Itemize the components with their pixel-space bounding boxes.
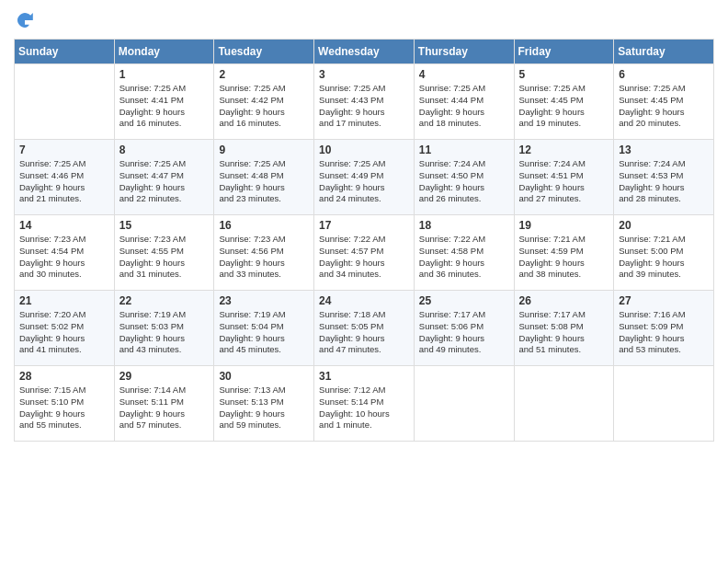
cell-info-line: Sunrise: 7:25 AM xyxy=(219,83,309,95)
cell-info-line: and 24 minutes. xyxy=(319,193,409,205)
calendar-cell xyxy=(414,366,514,442)
cell-info-line: Daylight: 9 hours xyxy=(219,333,309,345)
cell-info-line: and 19 minutes. xyxy=(519,118,609,130)
day-number: 14 xyxy=(19,219,109,232)
day-number: 6 xyxy=(619,68,709,81)
calendar-cell xyxy=(15,64,115,140)
calendar-cell: 3Sunrise: 7:25 AMSunset: 4:43 PMDaylight… xyxy=(314,64,415,140)
cell-info-line: and 28 minutes. xyxy=(619,193,709,205)
cell-info-line: Sunset: 4:44 PM xyxy=(419,95,509,107)
cell-info-line: and 38 minutes. xyxy=(519,269,609,281)
cell-info-line: Daylight: 9 hours xyxy=(19,333,109,345)
cell-info-line: Sunrise: 7:22 AM xyxy=(419,234,509,246)
cell-info-line: and 18 minutes. xyxy=(419,118,509,130)
logo-icon xyxy=(14,9,36,31)
calendar-cell: 18Sunrise: 7:22 AMSunset: 4:58 PMDayligh… xyxy=(414,215,514,291)
day-header-saturday: Saturday xyxy=(614,40,714,64)
calendar-cell xyxy=(614,366,714,442)
cell-info-line: Sunset: 4:43 PM xyxy=(319,95,409,107)
cell-info-line: Daylight: 9 hours xyxy=(319,333,409,345)
cell-info-line: Sunset: 4:56 PM xyxy=(219,246,309,258)
week-row-4: 28Sunrise: 7:15 AMSunset: 5:10 PMDayligh… xyxy=(15,366,714,442)
calendar-cell: 24Sunrise: 7:18 AMSunset: 5:05 PMDayligh… xyxy=(314,291,415,366)
cell-info-line: Sunset: 5:06 PM xyxy=(419,321,509,333)
cell-info-line: Daylight: 9 hours xyxy=(319,182,409,194)
day-number: 13 xyxy=(619,144,709,156)
cell-info-line: Sunrise: 7:16 AM xyxy=(619,309,709,321)
day-number: 27 xyxy=(619,294,709,307)
cell-info-line: Sunrise: 7:15 AM xyxy=(19,385,109,396)
cell-info-line: Daylight: 9 hours xyxy=(119,107,210,119)
cell-info-line: Sunset: 4:55 PM xyxy=(119,246,210,258)
calendar-cell: 14Sunrise: 7:23 AMSunset: 4:54 PMDayligh… xyxy=(15,215,115,291)
cell-info-line: Sunset: 4:48 PM xyxy=(219,170,309,182)
page-container: SundayMondayTuesdayWednesdayThursdayFrid… xyxy=(0,0,728,451)
cell-info-line: and 47 minutes. xyxy=(319,344,409,356)
week-row-0: 1Sunrise: 7:25 AMSunset: 4:41 PMDaylight… xyxy=(15,64,714,140)
cell-info-line: and 30 minutes. xyxy=(19,269,109,281)
cell-info-line: and 49 minutes. xyxy=(419,344,509,356)
cell-info-line: and 33 minutes. xyxy=(219,269,309,281)
cell-info-line: Sunset: 5:13 PM xyxy=(219,396,309,408)
day-number: 30 xyxy=(219,370,309,383)
day-header-monday: Monday xyxy=(114,40,214,64)
cell-info-line: Sunrise: 7:23 AM xyxy=(19,234,109,246)
cell-info-line: Daylight: 9 hours xyxy=(419,182,509,194)
day-number: 2 xyxy=(219,68,309,81)
day-number: 8 xyxy=(119,144,210,156)
cell-info-line: Daylight: 9 hours xyxy=(319,107,409,119)
day-number: 10 xyxy=(319,144,409,156)
cell-info-line: Sunrise: 7:20 AM xyxy=(19,309,109,321)
cell-info-line: and 57 minutes. xyxy=(119,419,210,431)
cell-info-line: Daylight: 9 hours xyxy=(119,258,210,270)
day-number: 11 xyxy=(419,144,509,156)
cell-info-line: Daylight: 9 hours xyxy=(419,107,509,119)
cell-info-line: Sunset: 5:03 PM xyxy=(119,321,210,333)
day-number: 5 xyxy=(519,68,609,81)
cell-info-line: Sunrise: 7:17 AM xyxy=(519,309,609,321)
cell-info-line: Sunset: 4:57 PM xyxy=(319,246,409,258)
day-header-friday: Friday xyxy=(514,40,614,64)
cell-info-line: Sunset: 5:00 PM xyxy=(619,246,709,258)
cell-info-line: Sunrise: 7:25 AM xyxy=(119,83,210,95)
cell-info-line: Daylight: 9 hours xyxy=(519,258,609,270)
day-number: 4 xyxy=(419,68,509,81)
cell-info-line: Sunrise: 7:25 AM xyxy=(319,158,409,170)
cell-info-line: and 23 minutes. xyxy=(219,193,309,205)
calendar-cell: 5Sunrise: 7:25 AMSunset: 4:45 PMDaylight… xyxy=(514,64,614,140)
cell-info-line: Sunset: 4:42 PM xyxy=(219,95,309,107)
day-number: 7 xyxy=(19,144,109,156)
day-number: 1 xyxy=(119,68,210,81)
cell-info-line: Sunrise: 7:23 AM xyxy=(219,234,309,246)
cell-info-line: and 41 minutes. xyxy=(19,344,109,356)
cell-info-line: Sunset: 5:04 PM xyxy=(219,321,309,333)
cell-info-line: Daylight: 9 hours xyxy=(219,107,309,119)
cell-info-line: and 34 minutes. xyxy=(319,269,409,281)
cell-info-line: Sunset: 4:46 PM xyxy=(19,170,109,182)
day-number: 24 xyxy=(319,294,409,307)
cell-info-line: and 43 minutes. xyxy=(119,344,210,356)
cell-info-line: Sunset: 4:45 PM xyxy=(519,95,609,107)
calendar-cell: 17Sunrise: 7:22 AMSunset: 4:57 PMDayligh… xyxy=(314,215,415,291)
cell-info-line: and 17 minutes. xyxy=(319,118,409,130)
calendar-table: SundayMondayTuesdayWednesdayThursdayFrid… xyxy=(14,39,714,442)
logo xyxy=(14,9,38,31)
cell-info-line: Sunset: 5:11 PM xyxy=(119,396,210,408)
cell-info-line: Sunset: 4:45 PM xyxy=(619,95,709,107)
cell-info-line: Sunrise: 7:13 AM xyxy=(219,385,309,396)
cell-info-line: and 45 minutes. xyxy=(219,344,309,356)
day-number: 15 xyxy=(119,219,210,232)
cell-info-line: and 39 minutes. xyxy=(619,269,709,281)
day-number: 23 xyxy=(219,294,309,307)
cell-info-line: Sunrise: 7:25 AM xyxy=(119,158,210,170)
calendar-cell: 26Sunrise: 7:17 AMSunset: 5:08 PMDayligh… xyxy=(514,291,614,366)
cell-info-line: Sunrise: 7:14 AM xyxy=(119,385,210,396)
day-number: 31 xyxy=(319,370,409,383)
cell-info-line: Sunset: 4:59 PM xyxy=(519,246,609,258)
cell-info-line: Sunrise: 7:24 AM xyxy=(419,158,509,170)
cell-info-line: and 1 minute. xyxy=(319,419,409,431)
cell-info-line: and 31 minutes. xyxy=(119,269,210,281)
calendar-cell: 27Sunrise: 7:16 AMSunset: 5:09 PMDayligh… xyxy=(614,291,714,366)
cell-info-line: Daylight: 9 hours xyxy=(19,182,109,194)
calendar-cell: 30Sunrise: 7:13 AMSunset: 5:13 PMDayligh… xyxy=(214,366,314,442)
